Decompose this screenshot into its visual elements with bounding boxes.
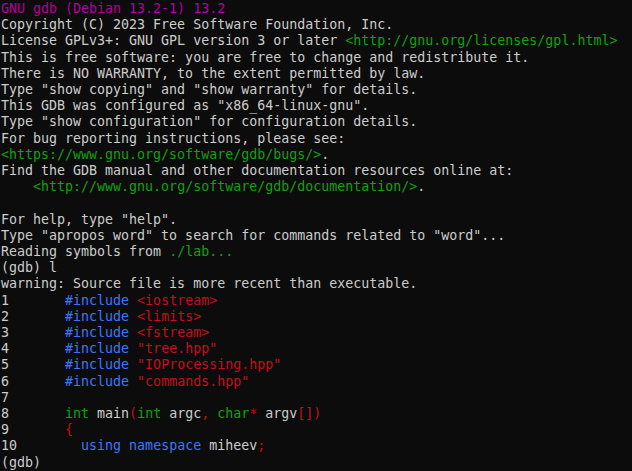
terminal-text: <fstream> xyxy=(137,325,209,340)
terminal-text: License GPLv3+: GNU GPL version 3 or lat… xyxy=(1,33,345,48)
gdb-prompt-command: (gdb) l xyxy=(1,260,57,275)
terminal-text xyxy=(129,309,137,324)
terminal-text: <iostream> xyxy=(137,293,217,308)
terminal-text: using xyxy=(81,438,121,453)
terminal-text: main xyxy=(89,406,129,421)
terminal-line: Copyright (C) 2023 Free Software Foundat… xyxy=(1,17,632,33)
line-number: 1 xyxy=(1,293,65,308)
terminal-line: <http://www.gnu.org/software/gdb/documen… xyxy=(1,179,632,195)
terminal-text: There is NO WARRANTY, to the extent perm… xyxy=(1,66,425,81)
terminal-text: int xyxy=(65,406,89,421)
terminal-line: Reading symbols from ./lab... xyxy=(1,244,632,260)
terminal-line: Find the GDB manual and other documentat… xyxy=(1,163,632,179)
gpl-license-link[interactable]: <http://gnu.org/licenses/gpl.html> xyxy=(345,33,617,48)
warning-text: warning: Source file is more recent than… xyxy=(1,276,417,291)
terminal-text: This is free software: you are free to c… xyxy=(1,50,529,65)
terminal[interactable]: GNU gdb (Debian 13.2-1) 13.2Copyright (C… xyxy=(0,0,632,471)
terminal-line: 6 #include "commands.hpp" xyxy=(1,374,632,390)
line-number: 5 xyxy=(1,357,65,372)
terminal-line: 2 #include <limits> xyxy=(1,309,632,325)
line-number: 9 xyxy=(1,422,65,437)
terminal-text: Find the GDB manual and other documentat… xyxy=(1,163,513,178)
terminal-line: For bug reporting instructions, please s… xyxy=(1,131,632,147)
terminal-text: #include xyxy=(65,374,129,389)
terminal-text xyxy=(129,357,137,372)
terminal-text: namespace xyxy=(129,438,201,453)
terminal-line: 5 #include "IOProcessing.hpp" xyxy=(1,357,632,373)
terminal-text: . xyxy=(321,147,329,162)
terminal-text xyxy=(129,293,137,308)
terminal-text: "commands.hpp" xyxy=(137,374,249,389)
terminal-text: argc xyxy=(161,406,201,421)
terminal-text: "tree.hpp" xyxy=(137,341,217,356)
terminal-text: #include xyxy=(65,341,129,356)
terminal-text: For help, type "help". xyxy=(1,212,177,227)
line-number: 3 xyxy=(1,325,65,340)
terminal-text: int xyxy=(137,406,161,421)
documentation-link[interactable]: <http://www.gnu.org/software/gdb/documen… xyxy=(33,179,417,194)
terminal-text: miheev xyxy=(201,438,257,453)
terminal-line: There is NO WARRANTY, to the extent perm… xyxy=(1,66,632,82)
terminal-text: { xyxy=(65,422,73,437)
terminal-text: Type "show copying" and "show warranty" … xyxy=(1,82,417,97)
terminal-line: Type "apropos word" to search for comman… xyxy=(1,228,632,244)
line-number: 10 xyxy=(1,438,81,453)
terminal-text: #include xyxy=(65,293,129,308)
line-number: 6 xyxy=(1,374,65,389)
terminal-line: 8 int main(int argc, char* argv[]) xyxy=(1,406,632,422)
terminal-text: This GDB was configured as "x86_64-linux… xyxy=(1,98,369,113)
terminal-text: #include xyxy=(65,325,129,340)
terminal-text: , xyxy=(201,406,209,421)
terminal-line: <https://www.gnu.org/software/gdb/bugs/>… xyxy=(1,147,632,163)
line-number: 2 xyxy=(1,309,65,324)
terminal-text: . xyxy=(417,179,425,194)
terminal-text xyxy=(121,438,129,453)
terminal-line: 7 xyxy=(1,390,632,406)
terminal-line: 1 #include <iostream> xyxy=(1,293,632,309)
terminal-text: ; xyxy=(257,438,265,453)
terminal-line: Type "show copying" and "show warranty" … xyxy=(1,82,632,98)
terminal-line: This is free software: you are free to c… xyxy=(1,50,632,66)
terminal-text: For bug reporting instructions, please s… xyxy=(1,131,345,146)
bug-report-link[interactable]: <https://www.gnu.org/software/gdb/bugs/> xyxy=(1,147,321,162)
terminal-text: <limits> xyxy=(137,309,201,324)
terminal-text: argv xyxy=(257,406,297,421)
terminal-text: "IOProcessing.hpp" xyxy=(137,357,281,372)
terminal-text: Type "apropos word" to search for comman… xyxy=(1,228,505,243)
terminal-text xyxy=(1,179,33,194)
terminal-line: 10 using namespace miheev; xyxy=(1,438,632,454)
gdb-prompt: (gdb) xyxy=(1,455,49,470)
terminal-text: #include xyxy=(65,309,129,324)
terminal-line: warning: Source file is more recent than… xyxy=(1,276,632,292)
terminal-text xyxy=(129,341,137,356)
terminal-text: #include xyxy=(65,357,129,372)
terminal-line: (gdb) l xyxy=(1,260,632,276)
terminal-text: ( xyxy=(129,406,137,421)
terminal-line: License GPLv3+: GNU GPL version 3 or lat… xyxy=(1,33,632,49)
terminal-text: []) xyxy=(297,406,321,421)
terminal-line: (gdb) xyxy=(1,455,632,471)
terminal-text xyxy=(129,374,137,389)
terminal-text xyxy=(129,325,137,340)
line-number: 8 xyxy=(1,406,65,421)
terminal-line: 4 #include "tree.hpp" xyxy=(1,341,632,357)
terminal-text: Reading symbols from xyxy=(1,244,169,259)
terminal-line: For help, type "help". xyxy=(1,212,632,228)
line-number: 4 xyxy=(1,341,65,356)
gdb-version-text: GNU gdb (Debian 13.2-1) 13.2 xyxy=(1,1,225,16)
terminal-line: Type "show configuration" for configurat… xyxy=(1,114,632,130)
terminal-line xyxy=(1,195,632,211)
terminal-text: Type "show configuration" for configurat… xyxy=(1,114,417,129)
terminal-line: 9 { xyxy=(1,422,632,438)
copyright-text: Copyright (C) 2023 Free Software Foundat… xyxy=(1,17,393,32)
executable-filename: ./lab... xyxy=(169,244,233,259)
terminal-text: char xyxy=(217,406,249,421)
terminal-line: GNU gdb (Debian 13.2-1) 13.2 xyxy=(1,1,632,17)
line-number: 7 xyxy=(1,390,9,405)
terminal-line: 3 #include <fstream> xyxy=(1,325,632,341)
terminal-line: This GDB was configured as "x86_64-linux… xyxy=(1,98,632,114)
